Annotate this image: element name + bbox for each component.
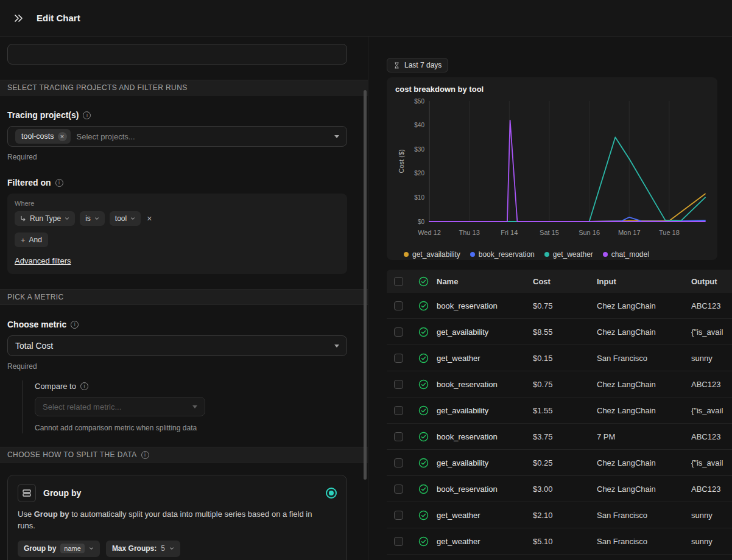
run-input: San Francisco	[597, 354, 691, 363]
legend-item[interactable]: book_reservation	[470, 250, 535, 259]
table-row[interactable]: book_reservation$3.757 PMABC123	[387, 424, 732, 450]
success-status-icon	[418, 301, 429, 311]
tracing-projects-label-text: Tracing project(s)	[7, 110, 79, 120]
success-status-icon	[418, 327, 429, 337]
legend-item[interactable]: chat_model	[603, 250, 649, 259]
run-name: book_reservation	[437, 485, 533, 494]
chevron-down-icon	[130, 216, 135, 221]
metric-select[interactable]: Total Cost	[7, 335, 347, 356]
filter-value-chip[interactable]: tool	[110, 211, 141, 226]
svg-text:Mon 17: Mon 17	[618, 229, 641, 236]
remove-project-icon[interactable]: ×	[58, 132, 67, 141]
row-checkbox[interactable]	[394, 432, 403, 441]
compare-metric-select[interactable]: Select related metric...	[35, 397, 205, 416]
table-row[interactable]: get_weather$5.10San Franciscosunny	[387, 528, 732, 555]
run-name: book_reservation	[437, 432, 533, 441]
choose-metric-label: Choose metric i	[7, 320, 361, 329]
row-checkbox[interactable]	[394, 511, 403, 520]
legend-dot	[470, 252, 475, 257]
table-row[interactable]: book_reservation$3.00Chez LangChainABC12…	[387, 476, 732, 502]
success-status-icon	[418, 458, 429, 468]
info-icon[interactable]: i	[141, 451, 149, 459]
group-by-title: Group by	[43, 488, 318, 498]
svg-text:$20: $20	[414, 170, 424, 177]
filter-operator-chip[interactable]: is	[80, 211, 105, 226]
remove-filter-icon[interactable]: ×	[146, 214, 153, 223]
max-groups-value: 5	[161, 544, 165, 553]
filter-field-chip[interactable]: Run Type	[15, 211, 75, 226]
row-checkbox[interactable]	[394, 301, 403, 310]
status-column-icon	[418, 276, 429, 287]
table-row[interactable]: get_availability$0.25Chez LangChain{"is_…	[387, 450, 732, 476]
info-icon[interactable]: i	[83, 111, 91, 119]
column-header-input[interactable]: Input	[597, 277, 691, 286]
svg-text:$40: $40	[414, 122, 424, 128]
table-row[interactable]: get_availability$1.55Chez LangChain{"is_…	[387, 397, 732, 424]
table-row[interactable]: get_availability$8.55Chez LangChain{"is_…	[387, 319, 732, 345]
time-range-button[interactable]: Last 7 days	[387, 58, 448, 72]
run-output: sunny	[691, 511, 732, 520]
chart-name-input[interactable]	[7, 44, 347, 65]
column-header-cost[interactable]: Cost	[533, 277, 597, 286]
row-checkbox[interactable]	[394, 406, 403, 415]
run-input: Chez LangChain	[597, 301, 691, 310]
table-row[interactable]: book_reservation$0.75Chez LangChainABC12…	[387, 371, 732, 397]
rows-stack-icon	[22, 488, 32, 498]
table-row[interactable]: get_weather$2.10San Franciscosunny	[387, 502, 732, 528]
max-groups-button[interactable]: Max Groups: 5	[106, 541, 180, 557]
tracing-projects-select[interactable]: tool-costs × Select projects...	[7, 126, 347, 147]
chart-legend: get_availabilitybook_reservationget_weat…	[404, 250, 709, 259]
table-row[interactable]: book_reservation$0.75Chez LangChainABC12…	[387, 293, 732, 319]
info-icon[interactable]: i	[71, 321, 79, 329]
desc-bold: Group by	[34, 509, 69, 519]
svg-text:Wed 12: Wed 12	[418, 229, 441, 236]
legend-label: get_weather	[553, 250, 593, 259]
run-name: book_reservation	[437, 380, 533, 389]
info-icon[interactable]: i	[55, 179, 63, 187]
row-checkbox[interactable]	[394, 327, 403, 337]
table-header-row: Name Cost Input Output	[387, 270, 732, 293]
table-row[interactable]: get_weather$0.15San Franciscosunny	[387, 345, 732, 371]
select-all-checkbox[interactable]	[394, 277, 403, 286]
run-name: get_availability	[437, 406, 533, 415]
run-output: ABC123	[691, 301, 732, 310]
group-by-radio[interactable]	[326, 488, 337, 499]
success-status-icon	[418, 379, 429, 390]
row-checkbox[interactable]	[394, 537, 403, 546]
run-cost: $1.55	[533, 406, 597, 415]
legend-item[interactable]: get_availability	[404, 250, 460, 259]
double-chevron-right-icon	[14, 14, 24, 23]
run-cost: $3.75	[533, 432, 597, 441]
run-name: get_weather	[437, 354, 533, 363]
chevron-down-icon	[192, 405, 197, 408]
compare-to-label: Compare to i	[35, 382, 368, 391]
chevron-down-icon	[169, 546, 174, 551]
group-by-field-button[interactable]: Group by name	[18, 541, 100, 557]
advanced-filters-link[interactable]: Advanced filters	[15, 256, 71, 265]
column-header-output[interactable]: Output	[691, 277, 732, 286]
chevron-down-icon	[89, 546, 94, 551]
run-name: get_weather	[437, 511, 533, 520]
row-checkbox[interactable]	[394, 380, 403, 389]
expand-panel-button[interactable]	[11, 10, 27, 26]
legend-dot	[603, 252, 608, 257]
add-and-condition-button[interactable]: + And	[15, 233, 48, 247]
group-by-card[interactable]: Group by Use Group by to automatically s…	[7, 475, 347, 560]
projects-placeholder: Select projects...	[77, 132, 329, 141]
row-checkbox[interactable]	[394, 458, 403, 467]
compare-to-block: Compare to i Select related metric... Ca…	[22, 380, 368, 433]
column-header-name[interactable]: Name	[437, 277, 533, 286]
svg-text:Thu 13: Thu 13	[459, 229, 480, 236]
legend-item[interactable]: get_weather	[544, 250, 593, 259]
row-checkbox[interactable]	[394, 485, 403, 494]
svg-text:Cost ($): Cost ($)	[398, 149, 405, 173]
project-chip[interactable]: tool-costs ×	[15, 129, 71, 144]
row-checkbox[interactable]	[394, 354, 403, 363]
run-cost: $3.00	[533, 485, 597, 494]
section-header-split: CHOOSE HOW TO SPLIT THE DATA i	[0, 447, 368, 463]
run-name: get_availability	[437, 458, 533, 467]
info-icon[interactable]: i	[80, 382, 88, 390]
runs-table: Name Cost Input Output book_reservation$…	[387, 270, 732, 555]
scrollbar-thumb[interactable]	[364, 90, 367, 480]
run-input: 7 PM	[597, 432, 691, 441]
